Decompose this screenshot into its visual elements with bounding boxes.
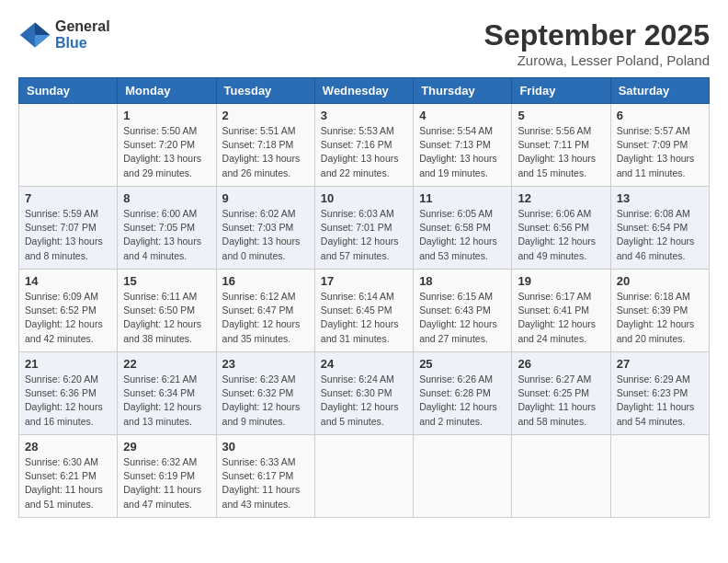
day-info: Sunrise: 5:51 AM Sunset: 7:18 PM Dayligh… <box>222 124 309 180</box>
day-number: 2 <box>222 109 309 122</box>
calendar-cell: 30Sunrise: 6:33 AM Sunset: 6:17 PM Dayli… <box>216 435 314 518</box>
day-info: Sunrise: 6:02 AM Sunset: 7:03 PM Dayligh… <box>222 207 309 263</box>
logo-icon <box>18 18 51 52</box>
day-info: Sunrise: 6:12 AM Sunset: 6:47 PM Dayligh… <box>222 290 309 346</box>
calendar-cell <box>314 435 413 518</box>
header-monday: Monday <box>118 78 216 104</box>
day-info: Sunrise: 6:24 AM Sunset: 6:30 PM Dayligh… <box>321 373 407 429</box>
day-number: 7 <box>25 191 111 205</box>
day-info: Sunrise: 5:57 AM Sunset: 7:09 PM Dayligh… <box>617 124 703 180</box>
calendar-header: SundayMondayTuesdayWednesdayThursdayFrid… <box>19 78 710 104</box>
day-number: 14 <box>25 274 111 288</box>
day-info: Sunrise: 6:29 AM Sunset: 6:23 PM Dayligh… <box>617 373 703 429</box>
calendar-cell: 19Sunrise: 6:17 AM Sunset: 6:41 PM Dayli… <box>512 270 610 352</box>
day-info: Sunrise: 6:00 AM Sunset: 7:05 PM Dayligh… <box>123 207 210 263</box>
day-info: Sunrise: 6:27 AM Sunset: 6:25 PM Dayligh… <box>518 373 604 429</box>
day-number: 3 <box>321 109 407 122</box>
calendar-cell: 29Sunrise: 6:32 AM Sunset: 6:19 PM Dayli… <box>118 435 216 518</box>
day-info: Sunrise: 6:17 AM Sunset: 6:41 PM Dayligh… <box>518 290 604 346</box>
day-info: Sunrise: 5:56 AM Sunset: 7:11 PM Dayligh… <box>518 124 604 180</box>
calendar-cell: 12Sunrise: 6:06 AM Sunset: 6:56 PM Dayli… <box>512 187 610 270</box>
calendar-cell <box>19 104 118 187</box>
svg-marker-1 <box>35 23 50 36</box>
calendar-cell: 5Sunrise: 5:56 AM Sunset: 7:11 PM Daylig… <box>512 104 610 187</box>
day-number: 26 <box>518 357 604 371</box>
day-info: Sunrise: 6:33 AM Sunset: 6:17 PM Dayligh… <box>222 455 309 511</box>
calendar-week-2: 14Sunrise: 6:09 AM Sunset: 6:52 PM Dayli… <box>19 270 710 352</box>
calendar-cell: 23Sunrise: 6:23 AM Sunset: 6:32 PM Dayli… <box>216 352 314 435</box>
calendar-cell <box>414 435 512 518</box>
day-number: 17 <box>321 274 407 288</box>
day-info: Sunrise: 5:59 AM Sunset: 7:07 PM Dayligh… <box>25 207 111 263</box>
day-number: 9 <box>222 191 309 205</box>
day-info: Sunrise: 6:20 AM Sunset: 6:36 PM Dayligh… <box>25 373 111 429</box>
calendar-week-0: 1Sunrise: 5:50 AM Sunset: 7:20 PM Daylig… <box>19 104 710 187</box>
header-tuesday: Tuesday <box>216 78 314 104</box>
logo-text: General Blue <box>55 18 110 51</box>
day-number: 5 <box>518 109 604 122</box>
calendar-cell: 1Sunrise: 5:50 AM Sunset: 7:20 PM Daylig… <box>118 104 216 187</box>
day-info: Sunrise: 6:11 AM Sunset: 6:50 PM Dayligh… <box>123 290 210 346</box>
calendar-cell <box>610 435 709 518</box>
day-info: Sunrise: 6:15 AM Sunset: 6:43 PM Dayligh… <box>419 290 506 346</box>
day-number: 11 <box>419 191 506 205</box>
day-info: Sunrise: 6:06 AM Sunset: 6:56 PM Dayligh… <box>518 207 604 263</box>
day-info: Sunrise: 6:08 AM Sunset: 6:54 PM Dayligh… <box>617 207 703 263</box>
day-number: 15 <box>123 274 210 288</box>
calendar-cell: 18Sunrise: 6:15 AM Sunset: 6:43 PM Dayli… <box>414 270 512 352</box>
day-number: 10 <box>321 191 407 205</box>
calendar-cell: 15Sunrise: 6:11 AM Sunset: 6:50 PM Dayli… <box>118 270 216 352</box>
day-number: 25 <box>419 357 506 371</box>
day-number: 23 <box>222 357 309 371</box>
day-number: 21 <box>25 357 111 371</box>
day-info: Sunrise: 6:30 AM Sunset: 6:21 PM Dayligh… <box>25 455 111 511</box>
day-info: Sunrise: 6:03 AM Sunset: 7:01 PM Dayligh… <box>321 207 407 263</box>
calendar-cell: 20Sunrise: 6:18 AM Sunset: 6:39 PM Dayli… <box>610 270 709 352</box>
calendar-cell: 17Sunrise: 6:14 AM Sunset: 6:45 PM Dayli… <box>314 270 413 352</box>
day-number: 1 <box>123 109 210 122</box>
calendar-cell: 9Sunrise: 6:02 AM Sunset: 7:03 PM Daylig… <box>216 187 314 270</box>
page-header: General Blue September 2025 Zurowa, Less… <box>18 18 710 68</box>
day-number: 12 <box>518 191 604 205</box>
day-number: 8 <box>123 191 210 205</box>
svg-marker-2 <box>35 35 50 48</box>
calendar-week-4: 28Sunrise: 6:30 AM Sunset: 6:21 PM Dayli… <box>19 435 710 518</box>
header-saturday: Saturday <box>610 78 709 104</box>
calendar-week-1: 7Sunrise: 5:59 AM Sunset: 7:07 PM Daylig… <box>19 187 710 270</box>
day-number: 24 <box>321 357 407 371</box>
day-number: 19 <box>518 274 604 288</box>
logo-general: General <box>55 18 110 35</box>
title-block: September 2025 Zurowa, Lesser Poland, Po… <box>484 18 710 68</box>
calendar-cell: 28Sunrise: 6:30 AM Sunset: 6:21 PM Dayli… <box>19 435 118 518</box>
calendar-cell: 24Sunrise: 6:24 AM Sunset: 6:30 PM Dayli… <box>314 352 413 435</box>
logo-blue: Blue <box>55 35 110 52</box>
day-number: 13 <box>617 191 703 205</box>
day-number: 6 <box>617 109 703 122</box>
header-sunday: Sunday <box>19 78 118 104</box>
calendar-subtitle: Zurowa, Lesser Poland, Poland <box>484 52 710 68</box>
day-number: 27 <box>617 357 703 371</box>
day-info: Sunrise: 6:14 AM Sunset: 6:45 PM Dayligh… <box>321 290 407 346</box>
calendar-cell: 6Sunrise: 5:57 AM Sunset: 7:09 PM Daylig… <box>610 104 709 187</box>
day-number: 29 <box>123 440 210 454</box>
day-info: Sunrise: 6:18 AM Sunset: 6:39 PM Dayligh… <box>617 290 703 346</box>
day-info: Sunrise: 6:26 AM Sunset: 6:28 PM Dayligh… <box>419 373 506 429</box>
calendar-cell: 7Sunrise: 5:59 AM Sunset: 7:07 PM Daylig… <box>19 187 118 270</box>
calendar-cell: 13Sunrise: 6:08 AM Sunset: 6:54 PM Dayli… <box>610 187 709 270</box>
day-number: 22 <box>123 357 210 371</box>
calendar-cell: 26Sunrise: 6:27 AM Sunset: 6:25 PM Dayli… <box>512 352 610 435</box>
day-info: Sunrise: 6:05 AM Sunset: 6:58 PM Dayligh… <box>419 207 506 263</box>
header-wednesday: Wednesday <box>314 78 413 104</box>
calendar-cell: 22Sunrise: 6:21 AM Sunset: 6:34 PM Dayli… <box>118 352 216 435</box>
calendar-cell: 16Sunrise: 6:12 AM Sunset: 6:47 PM Dayli… <box>216 270 314 352</box>
calendar-cell: 8Sunrise: 6:00 AM Sunset: 7:05 PM Daylig… <box>118 187 216 270</box>
logo: General Blue <box>18 18 110 52</box>
day-info: Sunrise: 5:54 AM Sunset: 7:13 PM Dayligh… <box>419 124 506 180</box>
day-info: Sunrise: 6:32 AM Sunset: 6:19 PM Dayligh… <box>123 455 210 511</box>
header-thursday: Thursday <box>414 78 512 104</box>
calendar-cell: 25Sunrise: 6:26 AM Sunset: 6:28 PM Dayli… <box>414 352 512 435</box>
day-number: 30 <box>222 440 309 454</box>
day-info: Sunrise: 6:21 AM Sunset: 6:34 PM Dayligh… <box>123 373 210 429</box>
day-info: Sunrise: 5:53 AM Sunset: 7:16 PM Dayligh… <box>321 124 407 180</box>
calendar-table: SundayMondayTuesdayWednesdayThursdayFrid… <box>18 77 710 518</box>
